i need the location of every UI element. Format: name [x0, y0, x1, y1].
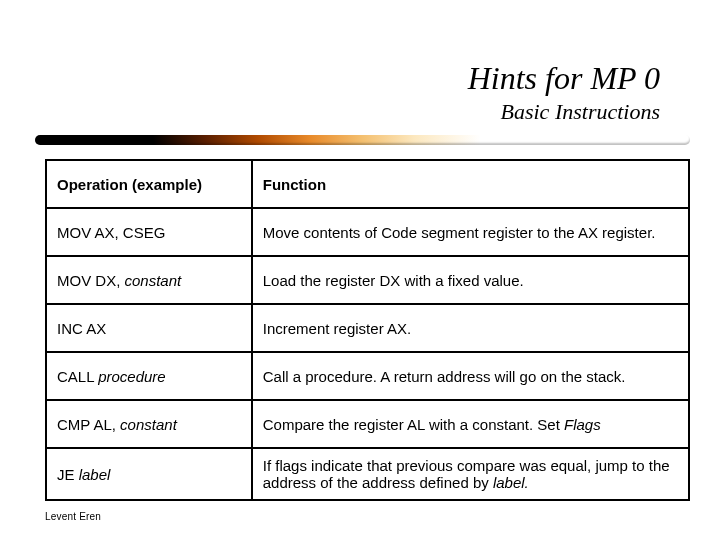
table-row: JE label If flags indicate that previous… — [46, 448, 689, 500]
op-text: CALL — [57, 368, 98, 385]
function-cell: If flags indicate that previous compare … — [252, 448, 689, 500]
function-cell: Increment register AX. — [252, 304, 689, 352]
op-italic: label — [79, 466, 111, 483]
fn-italic: Flags — [564, 416, 601, 433]
table-row: CALL procedure Call a procedure. A retur… — [46, 352, 689, 400]
op-text: INC AX — [57, 320, 106, 337]
function-cell: Call a procedure. A return address will … — [252, 352, 689, 400]
footer-text: Levent Eren — [45, 511, 101, 522]
operation-cell: MOV AX, CSEG — [46, 208, 252, 256]
operation-cell: CMP AL, constant — [46, 400, 252, 448]
function-cell: Compare the register AL with a constant.… — [252, 400, 689, 448]
table-row: MOV DX, constant Load the register DX wi… — [46, 256, 689, 304]
instruction-table-container: Operation (example) Function MOV AX, CSE… — [45, 159, 690, 501]
op-text: MOV DX, — [57, 272, 125, 289]
function-cell: Load the register DX with a fixed value. — [252, 256, 689, 304]
gradient-divider — [35, 135, 690, 147]
header-operation: Operation (example) — [46, 160, 252, 208]
fn-italic: label. — [493, 474, 529, 491]
slide-title: Hints for MP 0 — [45, 60, 690, 97]
op-italic: constant — [120, 416, 177, 433]
op-text: JE — [57, 466, 79, 483]
function-cell: Move contents of Code segment register t… — [252, 208, 689, 256]
table-header-row: Operation (example) Function — [46, 160, 689, 208]
fn-text: Compare the register AL with a constant.… — [263, 416, 564, 433]
slide-subtitle: Basic Instructions — [45, 99, 690, 125]
op-italic: constant — [125, 272, 182, 289]
fn-text: Load the register DX with a fixed value. — [263, 272, 524, 289]
operation-cell: CALL procedure — [46, 352, 252, 400]
operation-cell: JE label — [46, 448, 252, 500]
table-row: INC AX Increment register AX. — [46, 304, 689, 352]
divider-bar — [35, 135, 690, 145]
fn-text: Increment register AX. — [263, 320, 411, 337]
header-function: Function — [252, 160, 689, 208]
op-text: MOV AX, CSEG — [57, 224, 165, 241]
instruction-table: Operation (example) Function MOV AX, CSE… — [45, 159, 690, 501]
operation-cell: INC AX — [46, 304, 252, 352]
fn-text: Move contents of Code segment register t… — [263, 224, 656, 241]
slide: Hints for MP 0 Basic Instructions Operat… — [0, 0, 720, 540]
op-italic: procedure — [98, 368, 166, 385]
op-text: CMP AL, — [57, 416, 120, 433]
table-row: CMP AL, constant Compare the register AL… — [46, 400, 689, 448]
table-row: MOV AX, CSEG Move contents of Code segme… — [46, 208, 689, 256]
fn-text: If flags indicate that previous compare … — [263, 457, 670, 491]
operation-cell: MOV DX, constant — [46, 256, 252, 304]
fn-text: Call a procedure. A return address will … — [263, 368, 626, 385]
